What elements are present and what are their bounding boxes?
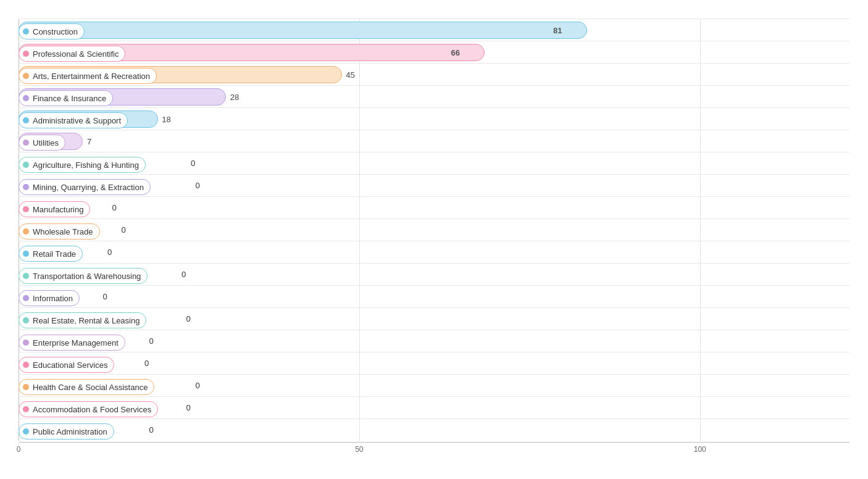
bar-dot (23, 140, 29, 146)
bar-row: Enterprise Management0 (19, 330, 849, 352)
bar-dot (23, 384, 29, 390)
bar-dot (23, 162, 29, 168)
bar-value: 0 (196, 175, 200, 197)
bar-row: Mining, Quarrying, & Extraction0 (19, 174, 849, 196)
bar-dot (23, 206, 29, 212)
bar-dot (23, 339, 29, 346)
bar-dot (23, 406, 29, 412)
bar-value: 45 (346, 70, 354, 79)
bar-row: Accommodation & Food Services0 (19, 396, 849, 419)
bar-dot (23, 273, 29, 279)
bar-label: Administrative & Support (19, 112, 128, 128)
bar-label: Agriculture, Fishing & Hunting (19, 157, 146, 173)
bar-label-text: Manufacturing (33, 205, 83, 214)
bar-row: Agriculture, Fishing & Hunting0 (19, 152, 849, 174)
bar-label-text: Enterprise Management (33, 338, 119, 348)
bar-label-text: Accommodation & Food Services (33, 405, 151, 414)
bar-dot (23, 117, 29, 123)
bar-dot (23, 362, 29, 368)
bar-label: Utilities (19, 135, 65, 151)
bar-label-text: Mining, Quarrying, & Extraction (33, 183, 144, 192)
bar-label-text: Utilities (33, 138, 59, 148)
bar-label-text: Transportation & Warehousing (33, 272, 141, 281)
bar-label: Health Care & Social Assistance (19, 379, 154, 395)
bar-row: Transportation & Warehousing0 (19, 263, 849, 285)
bar-value: 0 (103, 286, 107, 308)
bar-value: 0 (107, 241, 112, 264)
bar-row: Real Estate, Rental & Leasing0 (19, 307, 849, 330)
bar-row: Arts, Entertainment & Recreation45 (19, 63, 849, 85)
bar-value: 28 (230, 92, 239, 101)
bar-dot (23, 428, 29, 435)
bar-dot (23, 295, 29, 301)
bar-value: 0 (182, 264, 186, 286)
bar-value: 0 (186, 397, 191, 419)
bar-label-text: Administrative & Support (33, 116, 121, 125)
bar-dot (23, 251, 29, 257)
bar-value: 0 (196, 375, 200, 397)
bar-label: Mining, Quarrying, & Extraction (19, 179, 151, 195)
bar-label: Wholesale Trade (19, 223, 100, 240)
bar-value: 18 (162, 114, 170, 123)
bar-dot (23, 95, 29, 101)
bar-value: 0 (149, 419, 154, 441)
bar-dot (23, 317, 29, 323)
bar-label: Manufacturing (19, 201, 90, 217)
x-axis-tick: 100 (694, 445, 706, 454)
chart-area: Construction81Professional & Scientific6… (19, 19, 849, 441)
bar-value: 0 (112, 197, 117, 219)
bar-row: Public Administration0 (19, 419, 849, 441)
bar-label-text: Construction (33, 27, 78, 36)
bar-dot (23, 51, 29, 57)
x-axis-tick: 0 (17, 445, 21, 454)
bar-label-text: Information (33, 294, 73, 303)
bar-label: Public Administration (19, 423, 114, 439)
bar-value: 0 (144, 352, 149, 375)
bar-value: 0 (191, 152, 195, 175)
bar-label: Enterprise Management (19, 335, 125, 351)
bar-label: Transportation & Warehousing (19, 268, 148, 284)
bar-label-text: Professional & Scientific (33, 49, 119, 59)
bar-label-text: Wholesale Trade (33, 227, 93, 236)
bar-row: Manufacturing0 (19, 196, 849, 219)
bar-label-text: Public Administration (33, 427, 107, 436)
bar-row: Educational Services0 (19, 352, 849, 374)
bar-label: Finance & Insurance (19, 90, 113, 106)
bar-label-text: Finance & Insurance (33, 94, 106, 103)
bar-label: Retail Trade (19, 246, 83, 262)
bar-row: Professional & Scientific66 (19, 41, 849, 63)
bar-row: Administrative & Support18 (19, 107, 849, 130)
bar-label: Information (19, 290, 80, 306)
bar-value: 7 (87, 136, 91, 146)
bar-label: Construction (19, 23, 85, 40)
bar-label-text: Agriculture, Fishing & Hunting (33, 160, 139, 170)
bar-row: Information0 (19, 285, 849, 307)
bar-label: Accommodation & Food Services (19, 401, 158, 417)
bar-dot (23, 73, 29, 79)
x-axis: 050100 (19, 442, 849, 457)
bar-row: Utilities7 (19, 130, 849, 152)
bar-dot (23, 184, 29, 190)
bar-label-text: Health Care & Social Assistance (33, 383, 148, 392)
bar-row: Retail Trade0 (19, 241, 849, 263)
bar-label: Educational Services (19, 357, 114, 373)
x-axis-tick: 50 (355, 445, 363, 454)
bar-value: 0 (122, 219, 126, 241)
bar-label-text: Retail Trade (33, 249, 76, 259)
bar-label-text: Real Estate, Rental & Leasing (33, 316, 140, 325)
bar-row: Wholesale Trade0 (19, 219, 849, 241)
bar-row: Construction81 (19, 19, 849, 41)
bar-dot (23, 228, 29, 235)
bar-row: Finance & Insurance28 (19, 85, 849, 107)
bar-row: Health Care & Social Assistance0 (19, 374, 849, 396)
bar-value: 0 (186, 308, 191, 330)
bar-label-text: Arts, Entertainment & Recreation (33, 72, 150, 81)
bar-label-text: Educational Services (33, 360, 107, 370)
bar-dot (23, 28, 29, 35)
bar-value: 0 (149, 330, 154, 352)
bar-label: Real Estate, Rental & Leasing (19, 312, 146, 328)
bar-label: Arts, Entertainment & Recreation (19, 68, 157, 84)
bar-label: Professional & Scientific (19, 46, 125, 62)
